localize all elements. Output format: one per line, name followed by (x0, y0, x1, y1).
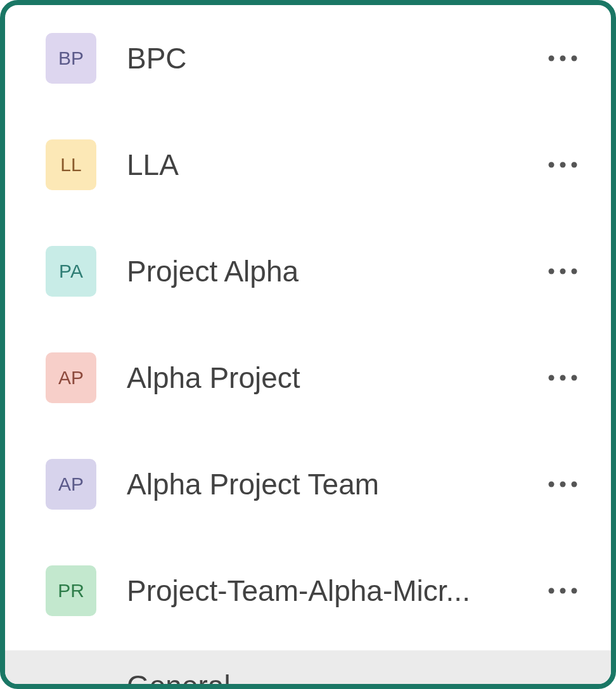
svg-point-12 (549, 482, 555, 487)
svg-point-3 (549, 162, 555, 168)
svg-point-5 (572, 162, 577, 168)
svg-point-2 (572, 56, 577, 61)
channel-label: General (127, 669, 231, 689)
more-options-icon[interactable] (545, 266, 581, 276)
teams-list-panel: BPBPCLLLLAPAProject AlphaAPAlpha Project… (0, 0, 616, 689)
team-avatar: BP (46, 33, 96, 84)
svg-point-9 (549, 375, 555, 381)
team-row[interactable]: BPBPC (5, 18, 611, 99)
more-options-icon[interactable] (545, 160, 581, 170)
more-options-icon[interactable] (545, 53, 581, 63)
svg-point-7 (560, 269, 566, 274)
svg-point-8 (572, 269, 577, 274)
team-row[interactable]: PAProject Alpha (5, 231, 611, 312)
team-name-label: Alpha Project Team (127, 467, 545, 501)
team-name-label: Alpha Project (127, 361, 545, 395)
team-row[interactable]: APAlpha Project Team (5, 444, 611, 525)
svg-point-1 (560, 56, 566, 61)
svg-point-14 (572, 482, 577, 487)
team-row[interactable]: APAlpha Project (5, 337, 611, 418)
svg-point-10 (560, 375, 566, 381)
svg-point-17 (572, 588, 577, 594)
more-options-icon[interactable] (545, 479, 581, 489)
svg-point-13 (560, 482, 566, 487)
more-options-icon[interactable] (545, 373, 581, 383)
team-row[interactable]: PRProject-Team-Alpha-Micr... (5, 550, 611, 631)
team-avatar: LL (46, 139, 96, 190)
svg-point-15 (549, 588, 555, 594)
svg-point-0 (549, 56, 555, 61)
more-options-icon[interactable] (545, 586, 581, 596)
team-row[interactable]: LLLLA (5, 124, 611, 205)
team-name-label: Project Alpha (127, 254, 545, 288)
channel-row-general[interactable]: General (5, 650, 611, 689)
svg-point-16 (560, 588, 566, 594)
team-name-label: BPC (127, 41, 545, 75)
svg-point-11 (572, 375, 577, 381)
svg-point-6 (549, 269, 555, 274)
team-avatar: AP (46, 459, 96, 510)
team-name-label: LLA (127, 148, 545, 182)
teams-list: BPBPCLLLLAPAProject AlphaAPAlpha Project… (5, 5, 611, 689)
team-avatar: PR (46, 565, 96, 616)
team-name-label: Project-Team-Alpha-Micr... (127, 574, 545, 608)
team-avatar: PA (46, 246, 96, 297)
team-avatar: AP (46, 352, 96, 403)
svg-point-4 (560, 162, 566, 168)
